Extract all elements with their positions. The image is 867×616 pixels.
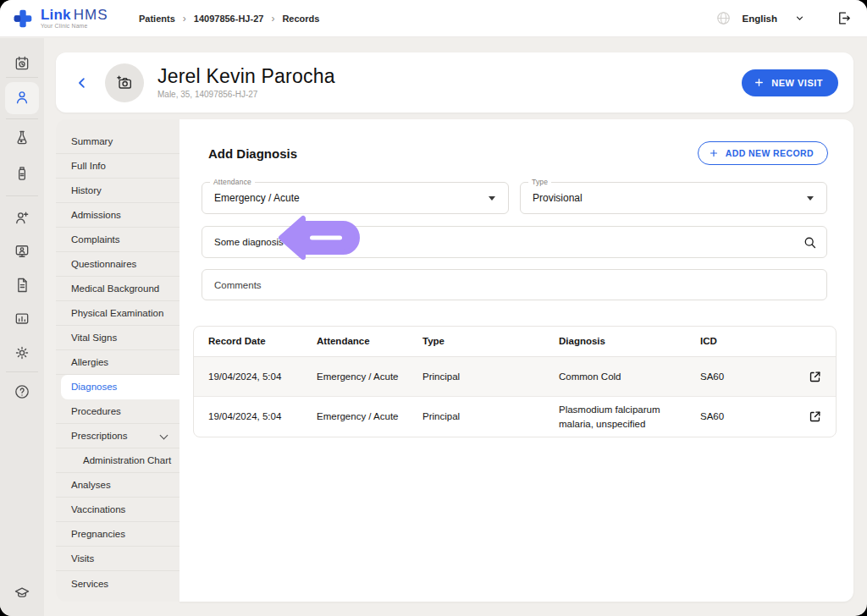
column-diagnosis: Diagnosis: [559, 334, 700, 349]
rail-item-staff[interactable]: [5, 202, 39, 234]
topbar: LinkHMS Your Clinic Name Patients1409785…: [0, 0, 867, 37]
back-button[interactable]: [75, 75, 90, 91]
app-window: LinkHMS Your Clinic Name Patients1409785…: [0, 0, 867, 616]
attendance-select[interactable]: Attendance Emergency / Acute: [202, 182, 509, 214]
calendar-icon: [14, 55, 30, 72]
diagnoses-table: Record Date Attendance Type Diagnosis IC…: [193, 326, 837, 437]
patient-avatar-upload[interactable]: [105, 63, 144, 102]
cell-icd: SA60: [700, 410, 781, 424]
caret-down-icon: [489, 196, 495, 201]
rail-item-patients[interactable]: [5, 82, 39, 114]
plus-icon: [754, 77, 765, 88]
breadcrumb-patient-id[interactable]: 14097856-HJ-27: [194, 13, 283, 25]
cell-icd: SA60: [700, 370, 781, 384]
rail-item-billing[interactable]: [5, 270, 39, 302]
rail-item-pharmacy[interactable]: [5, 158, 39, 190]
cell-type: Principal: [422, 410, 559, 424]
globe-icon: [715, 10, 732, 26]
column-attendance: Attendance: [317, 334, 422, 349]
nav-item-physical-examination[interactable]: Physical Examination: [56, 301, 179, 326]
nav-item-services[interactable]: Services: [56, 571, 179, 596]
rail-divider: [6, 118, 38, 119]
open-record-button[interactable]: [808, 370, 822, 384]
rail-item-schedule[interactable]: [5, 48, 39, 80]
add-new-record-button[interactable]: ADD NEW RECORD: [698, 141, 828, 165]
nav-item-administration-chart[interactable]: Administration Chart: [56, 448, 179, 473]
rail-divider: [6, 195, 38, 196]
cell-record-date: 19/04/2024, 5:04: [208, 370, 317, 384]
medicine-bottle-icon: [14, 165, 30, 182]
type-select[interactable]: Type Provisional: [520, 182, 827, 214]
breadcrumb-records[interactable]: Records: [282, 14, 319, 24]
search-icon[interactable]: [802, 234, 818, 254]
logout-button[interactable]: [836, 10, 852, 26]
help-circle-icon: [14, 383, 30, 400]
new-visit-button[interactable]: NEW VISIT: [742, 69, 838, 96]
nav-item-summary[interactable]: Summary: [56, 129, 179, 154]
nav-item-pregnancies[interactable]: Pregnancies: [56, 522, 179, 547]
nav-item-history[interactable]: History: [56, 179, 179, 203]
rail-item-lab[interactable]: [5, 123, 39, 155]
chevron-left-icon: [75, 75, 90, 91]
nav-item-allergies[interactable]: Allergies: [56, 350, 179, 375]
patient-section-nav: SummaryFull InfoHistoryAdmissionsComplai…: [56, 119, 179, 602]
nav-item-full-info[interactable]: Full Info: [56, 154, 179, 179]
plus-icon: [709, 148, 719, 158]
rail-divider: [6, 371, 38, 372]
column-type: Type: [422, 334, 559, 349]
brand-logo: LinkHMS Your Clinic Name: [12, 8, 139, 30]
nav-item-analyses[interactable]: Analyses: [56, 473, 179, 498]
patient-name: Jerel Kevin Parocha: [157, 66, 335, 87]
cell-diagnosis: Plasmodium falciparum malaria, unspecifi…: [559, 403, 700, 431]
logout-icon: [836, 10, 852, 26]
gear-icon: [14, 344, 30, 361]
diagnosis-search-input[interactable]: [202, 226, 827, 258]
cell-attendance: Emergency / Acute: [317, 370, 422, 384]
nav-item-questionnaires[interactable]: Questionnaires: [56, 252, 179, 277]
type-value: Provisional: [533, 183, 583, 214]
brand-tagline: Your Clinic Name: [41, 24, 108, 30]
breadcrumb-patients[interactable]: Patients: [139, 13, 194, 25]
monitor-person-icon: [14, 243, 30, 260]
open-in-new-icon: [808, 370, 822, 384]
person-plus-icon: [14, 209, 30, 226]
nav-item-admissions[interactable]: Admissions: [56, 203, 179, 228]
medical-cross-logo: [12, 8, 34, 30]
nav-item-complaints[interactable]: Complaints: [56, 228, 179, 252]
panel-title: Add Diagnosis: [208, 146, 297, 161]
nav-item-diagnoses[interactable]: Diagnoses: [61, 375, 179, 399]
table-row: 19/04/2024, 5:04 Emergency / Acute Princ…: [194, 397, 836, 437]
attendance-value: Emergency / Acute: [214, 183, 300, 214]
nav-item-visits[interactable]: Visits: [56, 547, 179, 571]
breadcrumb: Patients14097856-HJ-27Records: [139, 13, 319, 25]
icon-rail: [0, 38, 44, 616]
rail-item-education[interactable]: [5, 578, 39, 610]
column-icd: ICD: [700, 334, 781, 349]
nav-item-vaccinations[interactable]: Vaccinations: [56, 498, 179, 522]
brand-name: LinkHMS: [41, 8, 108, 22]
dashboard-icon: [14, 311, 30, 327]
comments-input[interactable]: [202, 269, 827, 300]
rail-item-workstation[interactable]: [5, 236, 39, 268]
cell-type: Principal: [422, 370, 559, 384]
open-in-new-icon: [808, 410, 822, 424]
open-record-button[interactable]: [808, 410, 822, 424]
nav-item-procedures[interactable]: Procedures: [56, 399, 179, 424]
rail-item-reports[interactable]: [5, 304, 39, 336]
lab-flask-icon: [14, 129, 30, 146]
nav-item-vital-signs[interactable]: Vital Signs: [56, 326, 179, 350]
patients-icon: [14, 89, 30, 106]
nav-item-prescriptions[interactable]: Prescriptions: [56, 424, 179, 448]
billing-document-icon: [14, 277, 30, 294]
chevron-down-icon[interactable]: [794, 13, 805, 24]
cell-attendance: Emergency / Acute: [317, 410, 422, 424]
table-row: 19/04/2024, 5:04 Emergency / Acute Princ…: [194, 357, 836, 397]
diagnoses-panel: Add Diagnosis ADD NEW RECORD Attendance …: [179, 119, 853, 602]
rail-item-settings[interactable]: [5, 338, 39, 370]
camera-add-photo-icon: [115, 74, 134, 92]
rail-item-help[interactable]: [5, 377, 39, 409]
language-selector[interactable]: English: [742, 14, 777, 24]
patient-header-card: Jerel Kevin Parocha Male, 35, 14097856-H…: [56, 52, 853, 113]
cell-record-date: 19/04/2024, 5:04: [208, 410, 317, 424]
nav-item-medical-background[interactable]: Medical Background: [56, 277, 179, 301]
